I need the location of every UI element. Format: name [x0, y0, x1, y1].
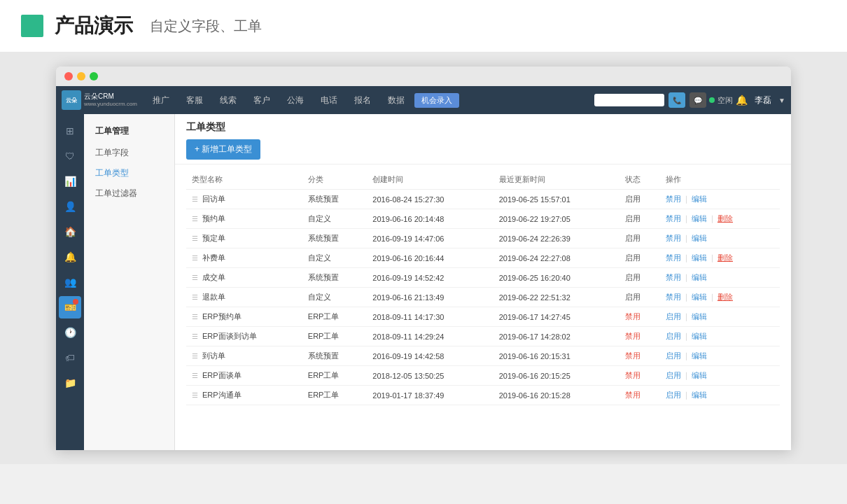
action-编辑-link[interactable]: 编辑: [692, 391, 707, 399]
menu-item-fields[interactable]: 工单字段: [84, 143, 174, 163]
minimize-dot[interactable]: [77, 72, 85, 80]
action-禁用-link[interactable]: 禁用: [666, 195, 681, 203]
nav-item-xianshuo[interactable]: 线索: [213, 92, 244, 109]
sidebar-icon-home[interactable]: 🏠: [59, 220, 81, 243]
cell-updated: 2019-06-22 19:27:05: [493, 209, 620, 229]
cell-actions: 启用｜编辑: [660, 366, 780, 386]
cell-created: 2016-09-19 14:52:42: [367, 268, 493, 288]
action-禁用-link[interactable]: 禁用: [666, 293, 681, 301]
cell-updated: 2019-06-25 15:57:01: [493, 190, 620, 209]
action-启用-link[interactable]: 启用: [666, 371, 681, 379]
action-启用-link[interactable]: 启用: [666, 312, 681, 321]
add-type-button[interactable]: + 新增工单类型: [186, 139, 260, 160]
sidebar-icon-clock[interactable]: 🕐: [59, 321, 81, 344]
menu-item-filters[interactable]: 工单过滤器: [84, 183, 174, 204]
cell-created: 2016-08-24 15:27:30: [367, 190, 493, 209]
logo-icon-text: 云朵: [66, 97, 77, 104]
action-separator: ｜: [682, 351, 690, 360]
status-badge: 启用: [625, 273, 640, 281]
status-badge: 禁用: [625, 312, 640, 321]
nav-item-tuiguang[interactable]: 推广: [146, 92, 176, 109]
table-row: ☰ERP沟通单ERP工单2019-01-17 18:37:492019-06-1…: [186, 386, 780, 405]
status-badge: 禁用: [625, 351, 640, 360]
page-subtitle: 自定义字段、工单: [150, 17, 262, 36]
sidebar-icon-grid[interactable]: ⊞: [59, 120, 81, 142]
table-row: ☰ERP预约单ERP工单2018-09-11 14:17:302019-06-1…: [186, 307, 780, 327]
nav-item-gonghai[interactable]: 公海: [280, 92, 311, 109]
nav-search-input[interactable]: [594, 94, 664, 106]
action-编辑-link[interactable]: 编辑: [692, 293, 707, 301]
cell-created: 2019-06-16 20:16:44: [367, 248, 493, 268]
row-handle-icon: ☰: [192, 274, 198, 281]
cell-created: 2018-09-11 14:17:30: [367, 307, 493, 327]
nav-item-kefu[interactable]: 客服: [179, 92, 210, 109]
table-row: ☰ERP面谈单ERP工单2018-12-05 13:50:252019-06-1…: [186, 366, 780, 386]
nav-phone-btn[interactable]: 📞: [668, 92, 685, 108]
action-禁用-link[interactable]: 禁用: [666, 273, 681, 281]
action-编辑-link[interactable]: 编辑: [692, 234, 707, 242]
col-created: 创建时间: [367, 170, 493, 190]
sidebar-icon-ticket[interactable]: 🎫: [59, 296, 81, 318]
action-编辑-link[interactable]: 编辑: [692, 195, 707, 203]
action-编辑-link[interactable]: 编辑: [692, 214, 707, 223]
bell-icon[interactable]: 🔔: [736, 94, 748, 106]
nav-tag-opportunity[interactable]: 机会录入: [414, 93, 459, 108]
action-编辑-link[interactable]: 编辑: [692, 253, 707, 262]
sidebar-icon-person[interactable]: 👤: [59, 195, 81, 218]
cell-updated: 2019-06-25 16:20:40: [493, 268, 620, 288]
action-separator: ｜: [682, 253, 690, 262]
cell-status: 禁用: [620, 386, 660, 405]
cell-actions: 禁用｜编辑: [660, 229, 780, 248]
action-删除-link[interactable]: 删除: [718, 293, 733, 301]
action-编辑-link[interactable]: 编辑: [692, 371, 707, 379]
sidebar-icon-bell[interactable]: 🔔: [59, 246, 81, 268]
cell-name: ☰预定单: [186, 229, 302, 248]
action-禁用-link[interactable]: 禁用: [666, 234, 681, 242]
cell-actions: 禁用｜编辑｜删除: [660, 248, 780, 268]
page-title: 产品演示: [55, 13, 133, 39]
sidebar-icon-shield[interactable]: 🛡: [59, 145, 81, 167]
table-row: ☰退款单自定义2019-06-16 21:13:492019-06-22 22:…: [186, 288, 780, 307]
sidebar-icon-folder[interactable]: 📁: [59, 372, 81, 394]
action-编辑-link[interactable]: 编辑: [692, 312, 707, 321]
sidebar-icon-contact[interactable]: 👥: [59, 271, 81, 293]
col-actions: 操作: [660, 170, 780, 190]
action-编辑-link[interactable]: 编辑: [692, 332, 707, 340]
sidebar-icon-chart[interactable]: 📊: [59, 170, 81, 192]
cell-category: ERP工单: [302, 366, 368, 386]
maximize-dot[interactable]: [90, 72, 98, 80]
action-编辑-link[interactable]: 编辑: [692, 273, 707, 281]
action-启用-link[interactable]: 启用: [666, 332, 681, 340]
content-area: 工单类型 + 新增工单类型 类型名称 分类 创建时间 最近更新时间: [175, 114, 791, 450]
nav-username[interactable]: 李磊: [755, 94, 771, 106]
cell-status: 禁用: [620, 366, 660, 386]
table-row: ☰到访单系统预置2016-09-19 14:42:582019-06-16 20…: [186, 346, 780, 366]
nav-item-baoming[interactable]: 报名: [347, 92, 378, 109]
close-dot[interactable]: [64, 72, 73, 80]
action-禁用-link[interactable]: 禁用: [666, 214, 681, 223]
cell-status: 启用: [620, 209, 660, 229]
action-禁用-link[interactable]: 禁用: [666, 253, 681, 262]
cell-actions: 启用｜编辑: [660, 327, 780, 346]
nav-chat-btn[interactable]: 💬: [690, 92, 706, 108]
status-badge: 启用: [625, 214, 640, 223]
cell-category: ERP工单: [302, 307, 368, 327]
action-删除-link[interactable]: 删除: [718, 253, 733, 262]
action-启用-link[interactable]: 启用: [666, 351, 681, 360]
nav-item-kehu[interactable]: 客户: [246, 92, 277, 109]
action-编辑-link[interactable]: 编辑: [692, 351, 707, 360]
menu-item-types[interactable]: 工单类型: [84, 163, 174, 183]
action-separator: ｜: [682, 293, 690, 301]
status-badge: 禁用: [625, 391, 640, 399]
cell-status: 启用: [620, 229, 660, 248]
action-separator: ｜: [682, 391, 690, 399]
crm-logo-icon: 云朵: [62, 90, 81, 110]
action-删除-link[interactable]: 删除: [718, 214, 733, 223]
row-handle-icon: ☰: [192, 391, 198, 399]
nav-item-shuju[interactable]: 数据: [381, 92, 412, 109]
nav-item-dianhua[interactable]: 电话: [314, 92, 344, 109]
sidebar-icon-tag[interactable]: 🏷: [59, 346, 81, 369]
nav-status: 空闲: [709, 95, 733, 106]
action-启用-link[interactable]: 启用: [666, 391, 681, 399]
sidebar-icons: ⊞ 🛡 📊 👤 🏠 🔔 👥 🎫 🕐 🏷 📁: [56, 114, 84, 450]
